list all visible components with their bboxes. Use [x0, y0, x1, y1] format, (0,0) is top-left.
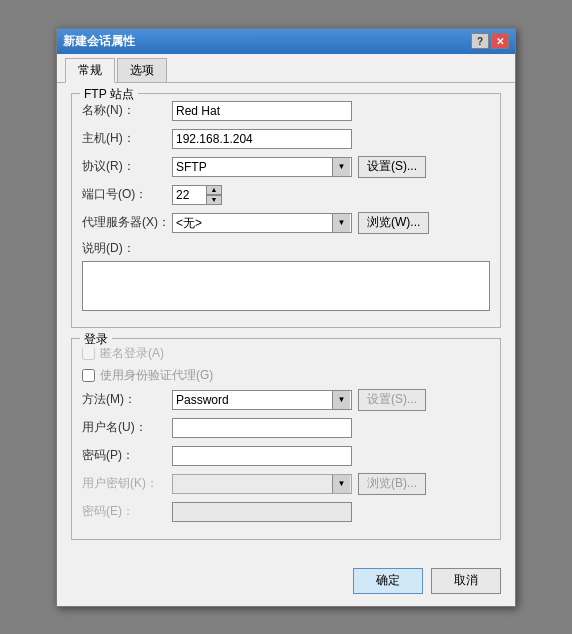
host-label: 主机(H)：: [82, 130, 172, 147]
password-input[interactable]: [172, 446, 352, 466]
ftp-group-label: FTP 站点: [80, 86, 138, 103]
port-spin-up[interactable]: ▲: [206, 185, 222, 195]
key-browse-button[interactable]: 浏览(B)...: [358, 473, 426, 495]
title-bar: 新建会话属性 ? ✕: [57, 29, 515, 54]
protocol-select-wrapper: SFTP FTP FTPS ▼: [172, 157, 352, 177]
protocol-row: 协议(R)： SFTP FTP FTPS ▼ 设置(S)...: [82, 156, 490, 178]
proxy-select-wrapper: <无> ▼: [172, 213, 352, 233]
host-row: 主机(H)：: [82, 128, 490, 150]
username-row: 用户名(U)：: [82, 417, 490, 439]
desc-label: 说明(D)：: [82, 240, 172, 257]
name-input[interactable]: [172, 101, 352, 121]
method-select[interactable]: Password Keyboard Interactive Public Key: [172, 390, 352, 410]
name-label: 名称(N)：: [82, 102, 172, 119]
proxy-row: 代理服务器(X)： <无> ▼ 浏览(W)...: [82, 212, 490, 234]
port-label: 端口号(O)：: [82, 186, 172, 203]
dialog-title: 新建会话属性: [63, 33, 135, 50]
port-spinner: ▲ ▼: [172, 185, 222, 205]
ftp-group: FTP 站点 名称(N)： 主机(H)： 协议(R)： SFTP FTP FTP…: [71, 93, 501, 328]
anon-row: 匿名登录(A): [82, 345, 490, 362]
ok-button[interactable]: 确定: [353, 568, 423, 594]
userkey-select[interactable]: [172, 474, 352, 494]
proxy-select[interactable]: <无>: [172, 213, 352, 233]
passphrase-row: 密码(E)：: [82, 501, 490, 523]
method-select-wrapper: Password Keyboard Interactive Public Key…: [172, 390, 352, 410]
desc-row: 说明(D)：: [82, 240, 490, 311]
userkey-select-wrapper: ▼: [172, 474, 352, 494]
anon-checkbox[interactable]: [82, 347, 95, 360]
password-label: 密码(P)：: [82, 447, 172, 464]
help-button[interactable]: ?: [471, 33, 489, 49]
content: FTP 站点 名称(N)： 主机(H)： 协议(R)： SFTP FTP FTP…: [57, 83, 515, 560]
tab-options[interactable]: 选项: [117, 58, 167, 82]
proxy-browse-button[interactable]: 浏览(W)...: [358, 212, 429, 234]
userkey-row: 用户密钥(K)： ▼ 浏览(B)...: [82, 473, 490, 495]
port-spin-down[interactable]: ▼: [206, 195, 222, 205]
login-group: 登录 匿名登录(A) 使用身份验证代理(G) 方法(M)： Password K…: [71, 338, 501, 540]
tab-general[interactable]: 常规: [65, 58, 115, 83]
desc-textarea[interactable]: [82, 261, 490, 311]
close-button[interactable]: ✕: [491, 33, 509, 49]
proxy-label: 代理服务器(X)：: [82, 214, 172, 231]
tab-bar: 常规 选项: [57, 54, 515, 83]
method-label: 方法(M)：: [82, 391, 172, 408]
cancel-button[interactable]: 取消: [431, 568, 501, 594]
auth-row: 使用身份验证代理(G): [82, 367, 490, 384]
username-input[interactable]: [172, 418, 352, 438]
auth-label: 使用身份验证代理(G): [100, 367, 213, 384]
password-row: 密码(P)：: [82, 445, 490, 467]
title-bar-buttons: ? ✕: [471, 33, 509, 49]
protocol-select[interactable]: SFTP FTP FTPS: [172, 157, 352, 177]
protocol-label: 协议(R)：: [82, 158, 172, 175]
method-settings-button[interactable]: 设置(S)...: [358, 389, 426, 411]
username-label: 用户名(U)：: [82, 419, 172, 436]
host-input[interactable]: [172, 129, 352, 149]
port-spin-buttons: ▲ ▼: [206, 185, 222, 205]
dialog: 新建会话属性 ? ✕ 常规 选项 FTP 站点 名称(N)： 主机(H)：: [56, 28, 516, 607]
method-row: 方法(M)： Password Keyboard Interactive Pub…: [82, 389, 490, 411]
passphrase-label: 密码(E)：: [82, 503, 172, 520]
protocol-settings-button[interactable]: 设置(S)...: [358, 156, 426, 178]
passphrase-input[interactable]: [172, 502, 352, 522]
userkey-label: 用户密钥(K)：: [82, 475, 172, 492]
name-row: 名称(N)：: [82, 100, 490, 122]
login-group-label: 登录: [80, 331, 112, 348]
port-row: 端口号(O)： ▲ ▼: [82, 184, 490, 206]
bottom-buttons: 确定 取消: [57, 560, 515, 606]
auth-checkbox[interactable]: [82, 369, 95, 382]
